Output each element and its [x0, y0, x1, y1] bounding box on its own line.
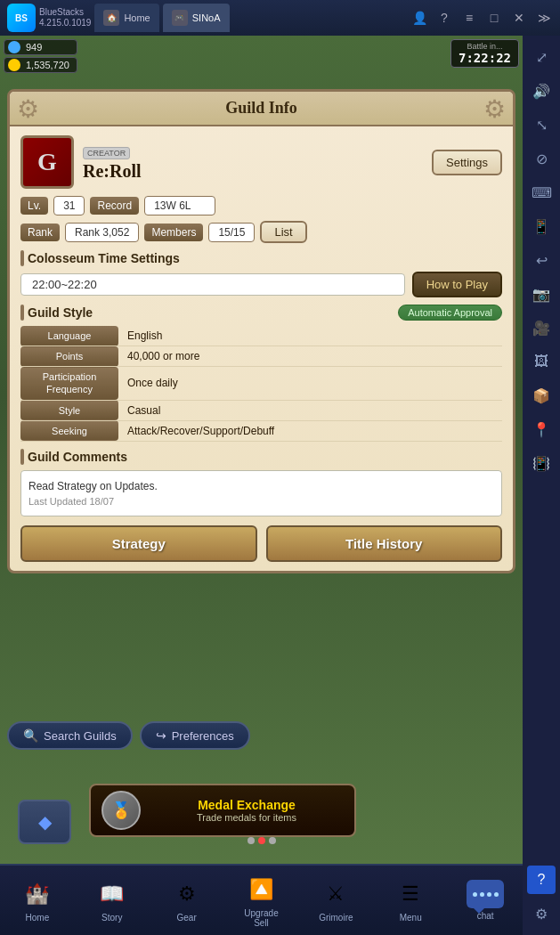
comments-sub: Last Updated 18/07 [28, 494, 494, 509]
nav-story[interactable]: 📖 Story [75, 866, 150, 935]
dot-3 [269, 837, 276, 844]
participation-value: Once daily [118, 367, 502, 401]
home-tab-icon: 🏠 [103, 10, 119, 26]
guild-panel-title: Guild Info [225, 99, 297, 117]
account-icon[interactable]: 👤 [410, 11, 428, 25]
mobile-icon[interactable]: 📱 [527, 212, 556, 240]
preferences-button[interactable]: ↪ Preferences [140, 721, 250, 750]
image-icon[interactable]: 🖼 [527, 347, 556, 376]
upgrade-nav-icon: 🔼 [246, 874, 278, 906]
nav-upgrade[interactable]: 🔼 UpgradeSell [224, 866, 299, 935]
guild-panel: ⚙ Guild Info ⚙ G CREATOR Re:Roll Setting… [7, 89, 515, 573]
vibrate-icon[interactable]: 📳 [527, 449, 556, 477]
nav-menu[interactable]: ☰ Menu [373, 866, 448, 935]
gear-sidebar-icon[interactable]: ⚙ [527, 899, 556, 928]
search-guilds-button[interactable]: 🔍 Search Guilds [7, 721, 133, 750]
list-button[interactable]: List [260, 221, 306, 243]
back-icon[interactable]: ↩ [527, 246, 556, 274]
gear-deco-left: ⚙ [17, 94, 39, 123]
gear-nav-label: Gear [177, 913, 197, 923]
search-icon: 🔍 [23, 728, 38, 743]
side-arrow-button[interactable]: ◆ [18, 800, 71, 844]
guild-style-sep: Guild Style Automatic Approval [20, 305, 502, 321]
tab-home[interactable]: 🏠 Home [94, 4, 158, 32]
close-icon[interactable]: ✕ [510, 11, 528, 25]
video-icon[interactable]: 🎥 [527, 313, 556, 342]
rank-label: Rank [20, 224, 60, 241]
record-label: Record [90, 197, 139, 215]
bluestacks-logo: BS [7, 4, 36, 32]
comments-sep-bar [20, 449, 24, 465]
table-row: Language English [20, 326, 502, 346]
language-value: English [118, 326, 502, 346]
record-value: 13W 6L [144, 196, 215, 215]
style-table: Language English Points 40,000 or more P… [20, 326, 502, 442]
tab-sinoa[interactable]: 🎮 SINoA [163, 4, 230, 32]
gear-nav-icon: ⚙ [171, 878, 203, 910]
expand-icon[interactable]: ≫ [535, 11, 553, 25]
top-controls: 👤 ? ≡ □ ✕ ≫ [410, 11, 553, 25]
comments-title: Guild Comments [28, 450, 127, 464]
comments-section-sep: Guild Comments [20, 449, 502, 465]
comments-text: Read Strategy on Updates. [28, 478, 494, 494]
help-icon[interactable]: ? [527, 866, 556, 894]
title-history-button[interactable]: Title History [266, 525, 503, 562]
level-label: Lv. [20, 197, 48, 215]
style-label: Style [20, 400, 118, 420]
volume-icon[interactable]: 🔊 [527, 77, 556, 105]
dot-2 [258, 837, 265, 844]
restore-icon[interactable]: □ [485, 11, 503, 25]
auto-approval-badge: Automatic Approval [398, 305, 502, 321]
creator-badge: CREATOR [83, 147, 130, 159]
guild-name-area: CREATOR Re:Roll [83, 143, 423, 182]
colosseum-time: 22:00~22:20 [20, 273, 405, 296]
rank-value: Rank 3,052 [65, 223, 139, 242]
bottom-nav: 🏰 Home 📖 Story ⚙ Gear 🔼 UpgradeSell ⚔ Gr… [0, 864, 523, 935]
nav-gear[interactable]: ⚙ Gear [150, 866, 224, 935]
medal-exchange-banner[interactable]: 🏅 Medal Exchange Trade medals for items [89, 784, 356, 837]
action-buttons: Strategy Title History [20, 525, 502, 562]
grimoire-nav-label: Grimoire [319, 913, 353, 923]
location-icon[interactable]: 📍 [527, 415, 556, 443]
arrow-icon: ◆ [38, 811, 52, 833]
home-nav-icon: 🏰 [21, 878, 53, 910]
language-label: Language [20, 326, 118, 346]
strategy-button[interactable]: Strategy [20, 525, 257, 562]
guild-name: Re:Roll [83, 161, 423, 182]
menu-nav-icon: ☰ [394, 878, 426, 910]
dots-indicator [248, 837, 276, 844]
package-icon[interactable]: 📦 [527, 381, 556, 410]
points-value: 40,000 or more [118, 346, 502, 367]
story-nav-label: Story [101, 913, 122, 923]
story-nav-icon: 📖 [96, 878, 128, 910]
level-row: Lv. 31 Record 13W 6L [20, 196, 502, 215]
level-value: 31 [53, 196, 85, 215]
comments-box: Read Strategy on Updates. Last Updated 1… [20, 470, 502, 517]
camera-icon[interactable]: 📷 [527, 280, 556, 308]
medal-title: Medal Exchange [150, 798, 344, 812]
resize-icon[interactable]: ⤡ [527, 110, 556, 139]
gems-display: 949 [4, 39, 77, 55]
seeking-label: Seeking [20, 420, 118, 441]
bluestacks-bar: BS BlueStacks 4.215.0.1019 🏠 Home 🎮 SINo… [0, 0, 560, 36]
dot-1 [248, 837, 255, 844]
participation-label: ParticipationFrequency [20, 367, 118, 401]
settings-button[interactable]: Settings [432, 150, 502, 175]
settings-top-icon[interactable]: ? [435, 11, 453, 25]
menu-icon[interactable]: ≡ [460, 11, 478, 25]
fullscreen-icon[interactable]: ⤢ [527, 43, 556, 71]
nav-chat[interactable]: chat [448, 866, 523, 935]
table-row: Style Casual [20, 400, 502, 420]
nav-grimoire[interactable]: ⚔ Grimoire [298, 866, 373, 935]
block-icon[interactable]: ⊘ [527, 144, 556, 173]
home-nav-label: Home [26, 913, 50, 923]
medal-text-area: Medal Exchange Trade medals for items [150, 798, 344, 823]
preferences-icon: ↪ [156, 728, 166, 743]
time-row: 22:00~22:20 How to Play [20, 272, 502, 297]
members-label: Members [144, 224, 203, 241]
bluestacks-title: BlueStacks 4.215.0.1019 [39, 7, 91, 28]
seeking-value: Attack/Recover/Support/Debuff [118, 420, 502, 441]
keyboard-icon[interactable]: ⌨ [527, 178, 556, 207]
nav-home[interactable]: 🏰 Home [0, 866, 75, 935]
how-to-play-button[interactable]: How to Play [412, 272, 502, 297]
